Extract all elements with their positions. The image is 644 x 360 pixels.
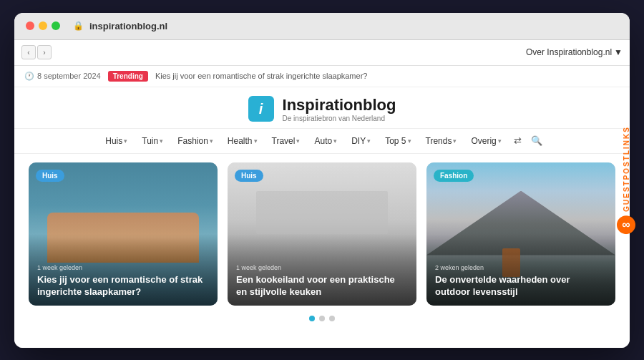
nav-item-auto[interactable]: Auto ▾ (308, 133, 343, 149)
card-1-content: 1 week geleden Kies jij voor een romanti… (29, 257, 218, 306)
nav-item-tuin[interactable]: Tuin ▾ (136, 133, 169, 149)
main-nav: Huis ▾ Tuin ▾ Fashion ▾ Health ▾ Travel … (14, 128, 630, 154)
nav-label-top5: Top 5 (385, 136, 406, 146)
minimize-button[interactable] (39, 21, 47, 30)
card-3-badge: Fashion (434, 170, 474, 182)
ticker-text: Kies jij voor een romantische of strak i… (155, 72, 620, 80)
shuffle-icon[interactable]: ⇄ (510, 133, 526, 149)
nav-label-auto: Auto (314, 136, 332, 146)
logo-letter: i (259, 101, 263, 117)
nav-label-huis: Huis (105, 136, 122, 146)
card-3[interactable]: Fashion 2 weken geleden De onvertelde wa… (426, 162, 615, 306)
card-1-badge: Huis (36, 170, 64, 182)
site-name: Inspirationblog (283, 96, 396, 115)
back-button[interactable]: ‹ (21, 45, 36, 59)
nav-arrow-tuin: ▾ (160, 137, 163, 145)
date-display: 🕐 8 september 2024 (24, 72, 101, 81)
over-label: Over Inspirationblog.nl (526, 47, 612, 57)
ticker-bar: 🕐 8 september 2024 Trending Kies jij voo… (14, 66, 630, 87)
nav-item-top5[interactable]: Top 5 ▾ (379, 133, 416, 149)
nav-label-diy: DIY (351, 136, 366, 146)
site-title-group: Inspirationblog De inspiratiebron van Ne… (283, 96, 396, 122)
card-1-time: 1 week geleden (37, 264, 209, 271)
card-2[interactable]: Huis 1 week geleden Een kookeiland voor … (228, 162, 416, 306)
dot-3[interactable] (329, 316, 335, 321)
nav-label-travel: Travel (272, 136, 296, 146)
nav-arrow-huis: ▾ (124, 137, 127, 145)
carousel-dots (14, 311, 630, 326)
nav-label-overig: Overig (471, 136, 496, 146)
nav-item-travel[interactable]: Travel ▾ (266, 133, 306, 149)
dot-1[interactable] (309, 316, 315, 321)
nav-bar: ‹ › Over Inspirationblog.nl ▼ (14, 40, 630, 66)
title-bar: 🔒 inspirationblog.nl (14, 13, 630, 40)
lock-icon: 🔒 (73, 21, 84, 31)
card-2-badge: Huis (235, 170, 263, 182)
date-text: 8 september 2024 (37, 72, 101, 80)
card-1[interactable]: Huis 1 week geleden Kies jij voor een ro… (29, 162, 218, 306)
card-3-time: 2 weken geleden (435, 264, 607, 271)
trending-badge[interactable]: Trending (108, 71, 148, 82)
nav-item-trends[interactable]: Trends ▾ (420, 133, 463, 149)
maximize-button[interactable] (52, 21, 60, 30)
over-menu[interactable]: Over Inspirationblog.nl ▼ (526, 47, 623, 57)
nav-arrow-auto: ▾ (333, 137, 337, 145)
nav-label-tuin: Tuin (142, 136, 158, 146)
card-2-time: 1 week geleden (236, 264, 408, 271)
nav-label-fashion: Fashion (177, 136, 208, 146)
nav-arrow-overig: ▾ (498, 137, 502, 145)
card-1-title: Kies jij voor een romantische of strak i… (37, 274, 209, 298)
nav-item-fashion[interactable]: Fashion ▾ (172, 133, 219, 149)
dot-2[interactable] (319, 316, 325, 321)
nav-item-diy[interactable]: DIY ▾ (346, 133, 376, 149)
nav-item-health[interactable]: Health ▾ (222, 133, 263, 149)
cards-section: Huis 1 week geleden Kies jij voor een ro… (14, 154, 630, 311)
site-tagline: De inspiratiebron van Nederland (283, 115, 396, 122)
close-button[interactable] (26, 21, 34, 30)
nav-label-trends: Trends (426, 136, 452, 146)
nav-arrows: ‹ › (21, 45, 52, 59)
nav-arrow-travel: ▾ (296, 137, 300, 145)
nav-arrow-diy: ▾ (367, 137, 371, 145)
guestpostlinks-icon[interactable]: ∞ (617, 215, 635, 234)
nav-arrow-fashion: ▾ (210, 137, 213, 145)
guestpostlinks-label: GUESTPOSTLINKS (623, 126, 630, 212)
card-3-content: 2 weken geleden De onvertelde waarheden … (426, 257, 615, 306)
nav-item-huis[interactable]: Huis ▾ (99, 133, 133, 149)
site-content: 🕐 8 september 2024 Trending Kies jij voo… (14, 66, 630, 348)
card-3-title: De onvertelde waarheden over outdoor lev… (435, 274, 607, 298)
traffic-lights (26, 21, 60, 30)
forward-button[interactable]: › (37, 45, 52, 59)
nav-arrow-health: ▾ (254, 137, 258, 145)
nav-item-overig[interactable]: Overig ▾ (465, 133, 507, 149)
browser-window: 🔒 inspirationblog.nl ‹ › Over Inspiratio… (14, 13, 630, 348)
site-header: i Inspirationblog De inspiratiebron van … (14, 87, 630, 128)
nav-arrow-trends: ▾ (453, 137, 457, 145)
search-icon[interactable]: 🔍 (529, 133, 545, 149)
nav-label-health: Health (228, 136, 253, 146)
card-2-content: 1 week geleden Een kookeiland voor een p… (228, 257, 416, 306)
nav-arrow-top5: ▾ (408, 137, 411, 145)
site-logo[interactable]: i (248, 96, 274, 122)
clock-icon: 🕐 (24, 72, 34, 81)
card-2-title: Een kookeiland voor een praktische en st… (236, 274, 408, 298)
url-bar[interactable]: inspirationblog.nl (89, 21, 167, 31)
over-arrow: ▼ (614, 47, 623, 57)
